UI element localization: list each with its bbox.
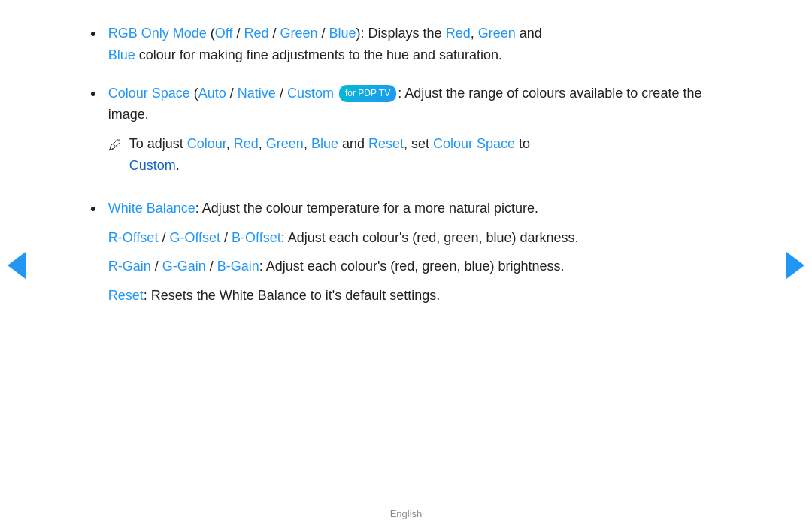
note-block: 🖊 To adjust Colour, Red, Green, Blue and… [108, 133, 722, 177]
rgb-paren-close: ): Displays the [356, 26, 446, 41]
cs-custom: Custom [287, 86, 334, 101]
white-balance-label: White Balance [108, 201, 195, 216]
left-nav-arrow[interactable] [8, 252, 26, 279]
content-list: • RGB Only Mode (Off / Red / Green / Blu… [90, 23, 722, 307]
note-comma2: , [259, 136, 266, 151]
rgb-option-blue: Blue [329, 26, 356, 41]
offset-slash-2: / [220, 230, 232, 245]
gain-slash-1: / [151, 259, 162, 274]
rgb-rest: colour for making fine adjustments to th… [135, 47, 502, 62]
note-colour: Colour [187, 136, 226, 151]
rgb-option-off: Off [215, 26, 233, 41]
note-comma1: , [226, 136, 234, 151]
g-offset: G-Offset [169, 230, 220, 245]
note-to: to [515, 136, 530, 151]
offset-para: R-Offset / G-Offset / B-Offset: Adjust e… [108, 227, 722, 249]
gain-slash-2: / [206, 259, 217, 274]
r-offset: R-Offset [108, 230, 159, 245]
reset-desc: : Resets the White Balance to it's defau… [144, 288, 441, 303]
white-balance-main: White Balance: Adjust the colour tempera… [108, 198, 722, 220]
g-gain: G-Gain [162, 259, 206, 274]
r-gain: R-Gain [108, 259, 151, 274]
note-pre: To adjust [129, 136, 187, 151]
reset-para: Reset: Resets the White Balance to it's … [108, 285, 722, 307]
rgb-green-ref: Green [478, 26, 516, 41]
list-item-white-balance: • White Balance: Adjust the colour tempe… [90, 198, 722, 307]
offset-slash-1: / [158, 230, 169, 245]
rgb-slash-1: / [232, 26, 244, 41]
colour-space-label: Colour Space [108, 86, 190, 101]
right-nav-arrow[interactable] [786, 252, 804, 279]
main-content: • RGB Only Mode (Off / Red / Green / Blu… [30, 0, 782, 346]
note-custom: Custom [129, 158, 176, 173]
bullet-dot-3: • [90, 199, 96, 219]
cs-auto: Auto [198, 86, 226, 101]
note-icon: 🖊 [108, 135, 122, 156]
rgb-slash-3: / [318, 26, 329, 41]
b-offset: B-Offset [232, 230, 281, 245]
rgb-slash-2: / [269, 26, 280, 41]
cs-slash-1: / [226, 86, 238, 101]
rgb-comma: , [471, 26, 478, 41]
note-green: Green [266, 136, 304, 151]
reset-label: Reset [108, 288, 144, 303]
rgb-and: and [516, 26, 542, 41]
cs-slash-2: / [276, 86, 287, 101]
b-gain: B-Gain [217, 259, 259, 274]
list-item-rgb: • RGB Only Mode (Off / Red / Green / Blu… [90, 23, 722, 66]
rgb-blue-ref: Blue [108, 47, 135, 62]
cs-native: Native [238, 86, 276, 101]
rgb-option-red: Red [244, 26, 268, 41]
rgb-only-mode-label: RGB Only Mode [108, 26, 207, 41]
bullet-content-2: Colour Space (Auto / Native / Custom for… [108, 83, 722, 181]
wb-description: : Adjust the colour temperature for a mo… [195, 201, 538, 216]
gain-desc: : Adjust each colour's (red, green, blue… [259, 259, 565, 274]
note-text: To adjust Colour, Red, Green, Blue and R… [129, 133, 722, 177]
note-and: and [338, 136, 368, 151]
note-blue: Blue [311, 136, 338, 151]
bullet-dot-2: • [90, 84, 96, 104]
cs-space [334, 86, 338, 101]
bullet-content-1: RGB Only Mode (Off / Red / Green / Blue)… [108, 23, 722, 66]
offset-desc: : Adjust each colour's (red, green, blue… [281, 230, 579, 245]
note-period: . [176, 158, 180, 173]
bullet-content-3: White Balance: Adjust the colour tempera… [108, 198, 722, 307]
footer-lang-text: English [390, 508, 423, 519]
note-set: , set [404, 136, 433, 151]
bullet-dot-1: • [90, 24, 96, 44]
note-red: Red [234, 136, 259, 151]
pdp-tv-badge: for PDP TV [339, 85, 396, 102]
gain-para: R-Gain / G-Gain / B-Gain: Adjust each co… [108, 256, 722, 277]
note-colour-space: Colour Space [433, 136, 515, 151]
rgb-option-green: Green [280, 26, 318, 41]
note-reset: Reset [368, 136, 404, 151]
rgb-red-ref: Red [446, 26, 471, 41]
list-item-colour-space: • Colour Space (Auto / Native / Custom f… [90, 83, 722, 181]
footer-language: English [390, 508, 423, 519]
note-comma3: , [304, 136, 311, 151]
